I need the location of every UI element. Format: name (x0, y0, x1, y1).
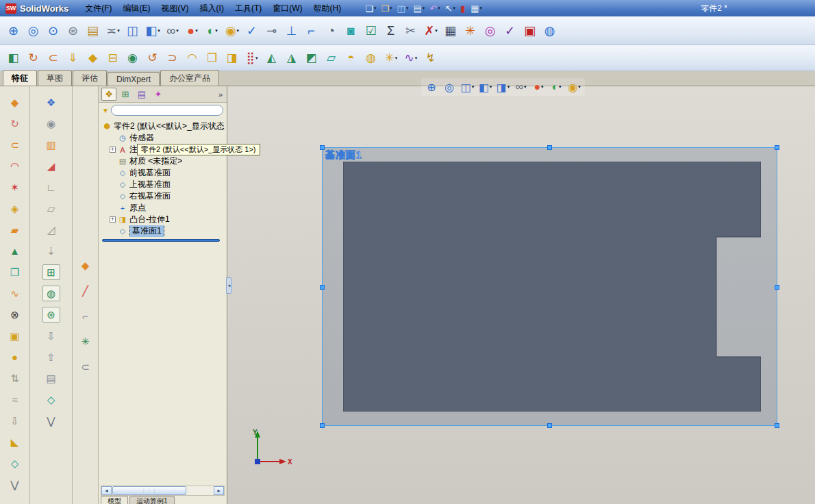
plane-handle[interactable] (775, 423, 779, 428)
linear-pattern-icon[interactable]: ⣿ ▾ (242, 48, 262, 68)
plane-handle[interactable] (547, 423, 552, 428)
mirror-icon[interactable]: ◭ (262, 48, 281, 68)
corner-bracket-icon[interactable]: ⌐ (77, 308, 95, 324)
graphics-viewport[interactable]: 基准面1 Y X (227, 86, 815, 504)
barcode-icon[interactable]: ▮ (458, 3, 468, 14)
tree-expander[interactable] (110, 170, 116, 176)
axis-asterisk-icon[interactable]: ✳ (77, 333, 95, 349)
freeform-diamond-icon[interactable]: ◆ (77, 257, 95, 273)
pattern-flyout-icon[interactable]: ▰ (6, 222, 24, 238)
diamond-tool-icon[interactable]: ◇ (42, 392, 60, 407)
mouse-gesture-icon[interactable]: ◉ (42, 116, 60, 131)
approve-check-icon[interactable]: ✓ (501, 21, 520, 41)
insert-part-folder-icon[interactable]: ❒ (203, 48, 222, 68)
tree-item-sensors[interactable]: ◷ 传感器 (100, 132, 225, 144)
bend-icon[interactable]: ◢ (42, 158, 60, 174)
boundary-flyout-icon[interactable]: ✶ (6, 179, 24, 195)
menu-item[interactable]: 工具(T) (229, 1, 267, 16)
appearances-sphere-icon[interactable]: ● ▾ (183, 21, 202, 41)
command-tab[interactable]: 草图 (38, 70, 72, 86)
intersect-icon[interactable]: ◇ (6, 455, 24, 471)
arrow-up-tool-icon[interactable]: ⇧ (42, 349, 60, 365)
layers-icon[interactable]: ▤ (42, 370, 60, 386)
extruded-boss-icon[interactable]: ◧ (4, 48, 23, 68)
study-tab[interactable]: 模型 (101, 496, 128, 504)
magnified-selection-icon[interactable]: ⊙ (44, 21, 63, 41)
print-icon[interactable]: ▤ ▾ (411, 3, 427, 14)
realview-rings-icon[interactable]: ◎ (481, 21, 500, 41)
delete-face-icon[interactable]: ⊗ (6, 307, 24, 323)
boss-extrude-flyout-icon[interactable]: ◆ (6, 94, 24, 110)
tree-expander[interactable]: + (110, 147, 116, 153)
revolved-boss-icon[interactable]: ↻ (24, 48, 43, 68)
boss-block-icon[interactable]: ▣ (6, 328, 24, 344)
scroll-left-arrow-icon[interactable]: ◂ (101, 486, 112, 495)
panel-splitter-handle[interactable]: ◂ (226, 277, 232, 294)
selected-reference-plane[interactable]: 基准面1 (322, 147, 777, 426)
tree-item-top-plane[interactable]: ◇ 上视基准面 (100, 179, 225, 190)
select-cursor-icon[interactable]: ↖ ▾ (443, 3, 457, 14)
tree-expander[interactable] (110, 193, 116, 199)
menu-item[interactable]: 插入(I) (195, 1, 229, 16)
attachment-clip-icon[interactable]: ⊂ (77, 359, 95, 375)
scroll-right-arrow-icon[interactable]: ▸ (214, 486, 224, 495)
tree-item-boss-extrude1[interactable]: + ◨ 凸台-拉伸1 (100, 214, 225, 225)
fillet-icon[interactable]: ◠ (183, 48, 202, 68)
scrollbar-thumb[interactable]: ⋮⋮⋮ (112, 486, 186, 495)
plane-handle[interactable] (320, 145, 325, 150)
command-tab[interactable]: DimXpert (108, 72, 160, 86)
help-sphere-icon[interactable]: ◍ (540, 21, 560, 41)
command-tab[interactable]: 办公室产品 (160, 70, 219, 86)
plane-handle[interactable] (775, 145, 779, 150)
cylinder-boss-icon[interactable]: ● (6, 349, 24, 365)
zoom-in-out-icon[interactable]: ⊕ (4, 21, 23, 41)
tree-item-origin[interactable]: + 原点 (100, 202, 225, 214)
datum-icon[interactable]: ⊥ (282, 21, 301, 41)
move-face-icon[interactable]: ⇅ (6, 370, 24, 386)
plane-handle[interactable] (320, 285, 325, 290)
command-tab[interactable]: 评估 (73, 70, 107, 86)
tree-expander[interactable] (110, 181, 116, 188)
revolve-flyout-icon[interactable]: ↻ (6, 116, 24, 131)
hu-edit-appearance-icon[interactable]: ● ▾ (530, 79, 547, 95)
exploded-view-icon[interactable]: ✳ (461, 21, 480, 41)
undo-icon[interactable]: ↶ ▾ (427, 3, 442, 14)
menu-item[interactable]: 文件(F) (79, 1, 117, 16)
open-document-icon[interactable]: ❒ ▾ (379, 3, 394, 14)
color-swatch-icon[interactable]: ▣ (521, 21, 540, 41)
performance-clock-icon[interactable]: ◔ (322, 21, 341, 41)
plane-gray-icon[interactable]: ▱ (42, 201, 60, 216)
menu-item[interactable]: 视图(V) (156, 1, 195, 16)
rib-icon[interactable]: ◩ (302, 48, 321, 68)
swept-cut-icon[interactable]: ⊃ (163, 48, 182, 68)
sweep-flyout-icon[interactable]: ⊂ (6, 137, 24, 153)
freeform-icon[interactable]: ✳ ▾ (381, 48, 401, 68)
ramp-icon[interactable]: ◿ (42, 222, 60, 238)
hu-zoom-to-fit-icon[interactable]: ⊕ (423, 79, 440, 95)
more-chevron-icon[interactable]: ⋁ (42, 413, 60, 429)
hu-section-view-icon[interactable]: ◫ ▾ (459, 79, 476, 95)
camera-icon[interactable]: ◙ (342, 21, 361, 41)
flex-icon[interactable]: ∿ ▾ (401, 48, 421, 68)
shell-copy-icon[interactable]: ❐ (6, 264, 24, 280)
scene-sphere-icon[interactable]: ◐ ▾ (203, 21, 222, 41)
draft-icon[interactable]: ◮ (282, 48, 301, 68)
tree-expander[interactable] (110, 228, 116, 234)
deform-surface-icon[interactable]: ≈ (6, 392, 24, 407)
boundary-boss-icon[interactable]: ◆ (84, 48, 103, 68)
panel-horizontal-scrollbar[interactable]: ◂ ⋮⋮⋮ ▸ (101, 486, 225, 496)
dome-icon[interactable]: ◓ (342, 48, 361, 68)
wheel-tool-icon[interactable]: ⊛ (42, 307, 60, 323)
configurationmanager-tab[interactable]: ▤ (134, 88, 149, 101)
loft-flyout-icon[interactable]: ◠ (6, 158, 24, 174)
hu-apply-scene-icon[interactable]: ◐ ▾ (548, 79, 565, 95)
new-document-icon[interactable]: ❏ ▾ (363, 3, 378, 14)
hu-view-settings-icon[interactable]: ◉ ▾ (566, 79, 583, 95)
draft-flyout-icon[interactable]: ▲ (6, 243, 24, 259)
realview-sphere-icon[interactable]: ◉ ▾ (223, 21, 242, 41)
plane-handle[interactable] (547, 145, 552, 150)
featuremanager-tree-tab[interactable]: ❖ (101, 88, 116, 101)
measure-icon[interactable]: ≍ ▾ (103, 21, 123, 41)
save-icon[interactable]: ◫ ▾ (395, 3, 411, 14)
swept-boss-icon[interactable]: ⊂ (44, 48, 63, 68)
